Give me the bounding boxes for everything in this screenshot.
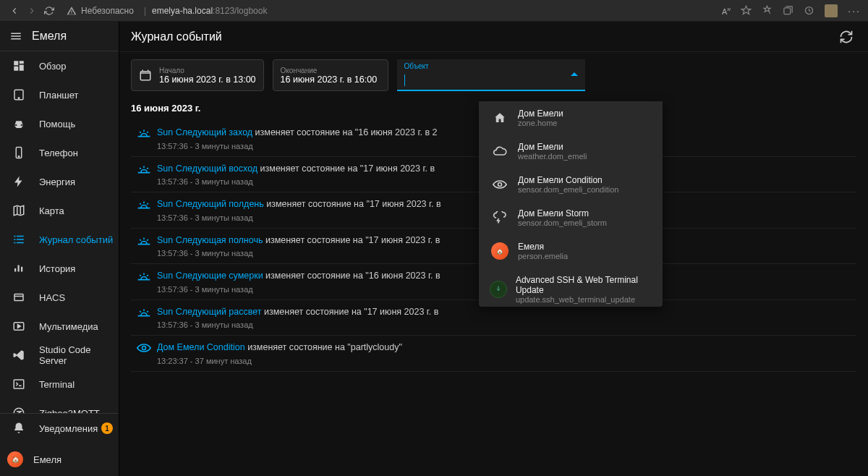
log-entity-link[interactable]: Дом Емели Condition — [157, 342, 245, 352]
entity-label: Объект — [404, 62, 578, 70]
sidebar-item-terminal[interactable]: Terminal — [0, 370, 119, 399]
browser-forward-button[interactable] — [25, 4, 39, 18]
sidebar-item-label: Обзор — [39, 61, 119, 72]
eye-icon — [493, 179, 507, 190]
refresh-button[interactable] — [836, 27, 856, 47]
svg-rect-4 — [14, 67, 18, 71]
sidebar-item-tablet[interactable]: Планшет — [0, 80, 119, 109]
browser-profile-avatar[interactable] — [825, 4, 838, 17]
person-avatar-icon: 🏠 — [491, 242, 509, 260]
svg-rect-3 — [20, 65, 24, 71]
start-value: 16 июня 2023 г. в 13:00 — [159, 75, 256, 85]
favorites-icon[interactable] — [762, 5, 773, 16]
insecure-badge: Небезопасно — [67, 6, 134, 16]
page-header: Журнал событий — [119, 22, 868, 52]
bolt-icon — [10, 173, 27, 190]
log-entity-link[interactable]: Sun Следующий рассвет — [157, 307, 262, 317]
dropdown-item-name: Дом Емели — [518, 109, 563, 119]
svg-rect-11 — [14, 380, 24, 388]
sidebar-item-play[interactable]: Мультимедиа — [0, 312, 119, 341]
end-label: Окончание — [281, 67, 378, 75]
log-text: изменяет состояние на "partlycloudy" — [245, 342, 402, 352]
sidebar-item-label: Мультимедиа — [39, 321, 119, 332]
sidebar-item-map[interactable]: Карта — [0, 196, 119, 225]
dropdown-item[interactable]: Дом Емелиzone.home — [479, 101, 663, 135]
warning-icon — [67, 6, 77, 16]
svg-point-8 — [18, 156, 20, 158]
log-entity-link[interactable]: Sun Следующий полдень — [157, 199, 264, 209]
sidebar-item-vscode[interactable]: Studio Code Server — [0, 341, 119, 370]
dropdown-arrow-icon — [571, 71, 578, 78]
sidebar-item-notifications[interactable]: Уведомления 1 — [0, 414, 119, 443]
sidebar-item-chart[interactable]: История — [0, 254, 119, 283]
collections-icon[interactable] — [783, 5, 793, 16]
car-icon — [10, 115, 27, 132]
browser-reload-button[interactable] — [42, 4, 56, 18]
dropdown-item[interactable]: Дом Емели Stormsensor.dom_emeli_storm — [479, 201, 663, 234]
notifications-badge: 1 — [101, 422, 113, 434]
svg-rect-1 — [14, 61, 18, 65]
log-text: изменяет состояние на "17 июня 2023 г. в — [264, 199, 441, 209]
extensions-icon[interactable] — [804, 5, 814, 16]
zigbee-icon — [10, 404, 27, 413]
dropdown-item-sub: update.ssh_web_terminal_update — [516, 295, 652, 304]
sidebar: Емеля ОбзорПланшетПомощьТелефонЭнергияКа… — [0, 22, 119, 476]
dashboard-icon — [10, 57, 27, 75]
log-meta: 13:57:36 - 3 минуты назад — [157, 320, 856, 329]
log-row: Дом Емели Condition изменяет состояние н… — [131, 336, 856, 372]
svg-rect-0 — [784, 8, 791, 14]
home-icon — [493, 111, 506, 124]
start-date-field[interactable]: Начало 16 июня 2023 г. в 13:00 — [131, 59, 264, 91]
entity-filter-input[interactable]: Объект — [397, 59, 585, 91]
sidebar-item-label: Помощь — [39, 119, 119, 129]
sidebar-item-hacs[interactable]: HACS — [0, 283, 119, 312]
hamburger-button[interactable] — [7, 27, 25, 45]
log-entity-link[interactable]: Sun Следующий восход — [157, 163, 258, 174]
browser-menu-button[interactable]: ··· — [848, 5, 861, 17]
dropdown-item-sub: zone.home — [518, 119, 563, 127]
dropdown-item[interactable]: 🏠Емеляperson.emelia — [479, 234, 663, 268]
dropdown-item[interactable]: Advanced SSH & Web Terminal Updateupdate… — [479, 268, 663, 307]
log-row-icon — [131, 198, 157, 214]
dropdown-item[interactable]: Дом Емели Conditionsensor.dom_emeli_cond… — [479, 168, 663, 201]
log-text: изменяет состояние на "17 июня 2023 г. в — [258, 163, 435, 174]
log-entity-link[interactable]: Sun Следующая полночь — [157, 235, 263, 245]
user-name: Емеля — [33, 454, 61, 465]
star-icon[interactable] — [741, 5, 752, 16]
user-avatar-icon: 🏠 — [7, 451, 23, 467]
phone-icon — [10, 144, 27, 161]
dropdown-item-name: Емеля — [518, 242, 568, 252]
terminal-icon — [10, 375, 27, 393]
svg-point-12 — [14, 408, 24, 413]
log-row-icon — [131, 306, 157, 322]
dropdown-item-name: Advanced SSH & Web Terminal Update — [516, 275, 652, 295]
text-size-icon[interactable]: Aא — [722, 6, 731, 16]
url-text[interactable]: emelya-ha.local:8123/logbook — [152, 6, 267, 16]
dropdown-item-name: Дом Емели — [518, 142, 587, 152]
log-entity-link[interactable]: Sun Следующие сумерки — [157, 271, 263, 281]
sidebar-item-dashboard[interactable]: Обзор — [0, 51, 119, 80]
start-label: Начало — [159, 67, 256, 75]
sidebar-item-list[interactable]: Журнал событий — [0, 225, 119, 254]
end-date-field[interactable]: Окончание 16 июня 2023 г. в 16:00 — [273, 59, 388, 91]
sidebar-item-label: Studio Code Server — [39, 344, 119, 366]
dropdown-item-sub: sensor.dom_emeli_condition — [518, 185, 618, 194]
bell-icon — [12, 422, 25, 435]
sidebar-item-bolt[interactable]: Энергия — [0, 167, 119, 196]
sidebar-item-phone[interactable]: Телефон — [0, 138, 119, 167]
update-icon — [490, 281, 507, 298]
log-entity-link[interactable]: Sun Следующий заход — [157, 127, 252, 137]
log-meta: 13:23:37 - 37 минут назад — [157, 357, 856, 365]
sidebar-item-label: HACS — [39, 292, 119, 303]
log-row-icon — [131, 270, 157, 286]
log-text: изменяет состояние на "17 июня 2023 г. в — [263, 235, 440, 245]
sidebar-user[interactable]: 🏠 Емеля — [0, 443, 119, 476]
svg-point-14 — [142, 347, 146, 350]
browser-back-button[interactable] — [7, 4, 22, 18]
sidebar-item-zigbee[interactable]: Zigbee2MQTT — [0, 399, 119, 413]
hacs-icon — [10, 289, 27, 306]
dropdown-item[interactable]: Дом Емелиweather.dom_emeli — [479, 135, 663, 168]
vscode-icon — [10, 347, 27, 364]
sidebar-item-car[interactable]: Помощь — [0, 109, 119, 138]
browser-chrome-bar: Небезопасно | emelya-ha.local:8123/logbo… — [0, 0, 868, 22]
